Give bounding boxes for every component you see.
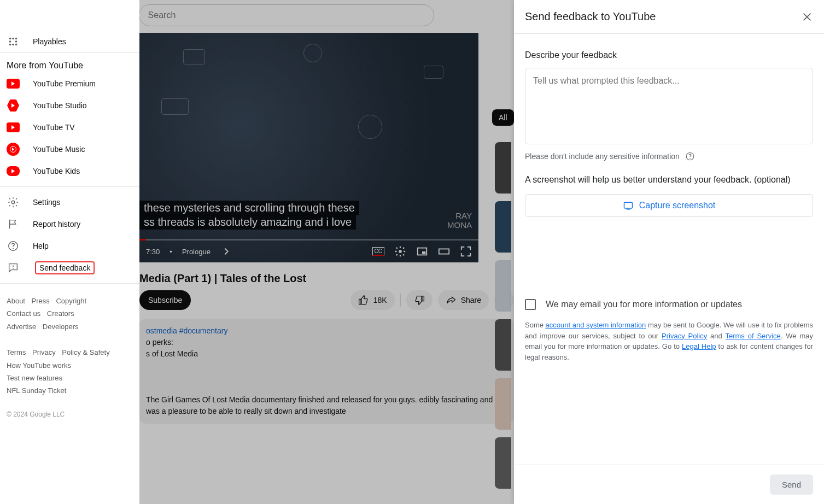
link-terms-of-service[interactable]: Terms of Service [725,332,780,340]
sidebar-item-studio[interactable]: YouTube Studio [0,95,139,116]
footer-link[interactable]: Advertise [7,323,36,331]
youtube-tv-icon [7,122,20,132]
chip-all[interactable]: All [492,109,514,126]
fullscreen-icon[interactable] [460,245,472,257]
footer-link[interactable]: Contact us [7,309,40,318]
svg-rect-23 [626,209,630,210]
dislike-button[interactable] [406,290,433,310]
footer-link[interactable]: Test new features [7,374,62,382]
svg-point-9 [15,38,17,40]
watermark: RAYMONA [447,212,472,230]
sidebar-item-tv[interactable]: YouTube TV [0,116,139,138]
youtube-studio-icon [7,99,19,112]
screenshot-label: A screenshot will help us better underst… [525,173,813,186]
youtube-music-icon [7,143,20,156]
youtube-premium-icon [7,79,20,89]
theater-mode-icon[interactable] [438,245,450,257]
like-button[interactable]: 18K [350,290,395,310]
link-privacy-policy[interactable]: Privacy Policy [662,332,707,340]
search-input[interactable] [139,4,434,26]
filter-chips: All [492,109,514,126]
sidebar-item-label: Help [33,242,49,250]
footer-link[interactable]: Policy & Safety [62,348,109,356]
feedback-panel: Send feedback to YouTube Describe your f… [514,0,824,504]
footer-link[interactable]: Terms [7,348,26,356]
related-thumbnail[interactable] [495,378,511,430]
video-player[interactable]: these mysteries and scrolling through th… [139,33,478,262]
chapter-name: Prologue [182,248,211,256]
sidebar-item-label: Report history [33,220,80,228]
link-account-system-info[interactable]: account and system information [546,321,646,329]
link-legal-help[interactable]: Legal Help [682,342,716,350]
describe-label: Describe your feedback [525,50,813,60]
footer-link[interactable]: Press [32,297,50,305]
current-time: 7:30 [146,248,160,256]
sidebar-item-premium[interactable]: YouTube Premium [0,73,139,95]
copyright-text: © 2024 Google LLC [0,404,139,425]
footer-link[interactable]: NFL Sunday Ticket [7,386,66,395]
svg-point-14 [15,44,17,46]
footer-link[interactable]: Developers [43,323,79,331]
sidebar-item-kids[interactable]: YouTube Kids [0,160,139,182]
guide-sidebar: Playables More from YouTube YouTube Prem… [0,0,139,504]
sidebar-item-label: YouTube TV [33,123,75,132]
svg-point-7 [9,38,11,40]
description-box[interactable]: ostmedia #documentary o perks: s of Lost… [139,319,514,424]
send-button[interactable]: Send [770,474,813,495]
sidebar-item-music[interactable]: YouTube Music [0,138,139,160]
feedback-textarea[interactable] [525,68,813,144]
caption-line: these mysteries and scrolling through th… [139,201,359,215]
svg-point-11 [15,40,17,43]
svg-point-0 [399,250,402,253]
svg-point-21 [689,158,691,159]
footer-link[interactable]: About [7,297,25,305]
svg-rect-22 [624,202,632,208]
flag-icon [7,218,20,231]
chevron-right-icon[interactable] [220,245,232,257]
playables-icon [7,35,20,48]
cc-button[interactable]: CC [372,247,384,256]
related-thumbnail[interactable] [495,319,511,371]
gear-icon [7,196,20,209]
sensitive-hint: Please don't include any sensitive infor… [525,152,680,161]
thumb-up-icon [358,295,369,306]
help-icon [7,239,20,253]
footer-link[interactable]: How YouTube works [7,361,71,370]
footer-links-secondary: Terms Privacy Policy & Safety How YouTub… [0,339,139,404]
settings-icon[interactable] [394,245,406,257]
share-button[interactable]: Share [438,290,489,310]
screenshot-icon [623,200,634,211]
svg-point-17 [13,248,14,249]
svg-point-19 [13,268,13,269]
sidebar-item-label: YouTube Premium [33,79,96,88]
svg-rect-3 [439,249,449,254]
svg-point-10 [9,40,11,43]
capture-screenshot-button[interactable]: Capture screenshot [525,194,813,217]
related-thumbnail[interactable] [495,437,511,489]
email-opt-label: We may email you for more information or… [546,300,742,309]
sidebar-item-label: Playables [33,37,66,46]
sidebar-item-label: YouTube Kids [33,167,80,175]
svg-point-15 [11,201,15,204]
footer-link[interactable]: Creators [47,309,74,318]
related-thumbnail[interactable] [495,142,511,194]
close-button[interactable] [801,11,813,23]
sidebar-item-report-history[interactable]: Report history [0,213,139,235]
close-icon [801,11,813,23]
caption-line: ss threads is absolutely amazing and i l… [139,215,356,230]
sidebar-item-playables[interactable]: Playables [0,31,139,52]
sidebar-item-send-feedback[interactable]: Send feedback [0,257,139,279]
sidebar-item-label: Settings [33,198,61,207]
related-thumbnail[interactable] [495,201,511,253]
svg-point-8 [12,38,14,40]
thumb-down-icon [414,295,425,306]
sidebar-item-help[interactable]: Help [0,235,139,257]
related-thumbnail[interactable] [495,260,511,312]
miniplayer-icon[interactable] [416,245,428,257]
footer-link[interactable]: Copyright [56,297,86,305]
subscribe-button[interactable]: Subscribe [139,290,191,310]
email-opt-in-checkbox[interactable] [525,299,536,310]
footer-link[interactable]: Privacy [32,348,56,356]
sidebar-item-settings[interactable]: Settings [0,191,139,213]
info-icon[interactable] [685,151,695,161]
